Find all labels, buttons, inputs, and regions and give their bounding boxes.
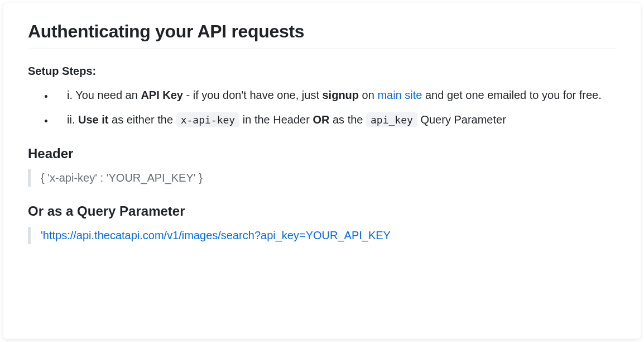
step-prefix: i. xyxy=(67,89,75,101)
bold-text: Use it xyxy=(78,113,108,126)
inline-code: api_key xyxy=(366,112,417,127)
list-item: i. You need an API Key - if you don't ha… xyxy=(54,86,616,104)
query-section-heading: Or as a Query Parameter xyxy=(28,203,616,219)
step-text: You need an xyxy=(75,89,141,101)
main-site-link[interactable]: main site xyxy=(377,89,422,101)
step-text: as either the xyxy=(108,113,176,126)
code-text: { 'x-api-key' : 'YOUR_API_KEY' } xyxy=(41,172,203,184)
step-text: - if you don't have one, just xyxy=(183,89,323,101)
header-code-block: { 'x-api-key' : 'YOUR_API_KEY' } xyxy=(28,169,616,187)
header-section-heading: Header xyxy=(28,146,616,162)
bold-text: OR xyxy=(313,113,329,126)
example-url-link[interactable]: 'https://api.thecatapi.com/v1/images/sea… xyxy=(41,229,391,241)
step-text: Query Parameter xyxy=(417,113,506,126)
setup-heading: Setup Steps: xyxy=(28,65,616,78)
bold-text: signup xyxy=(323,89,359,101)
bold-text: API Key xyxy=(141,89,183,101)
page-title: Authenticating your API requests xyxy=(28,21,616,49)
query-code-block: 'https://api.thecatapi.com/v1/images/sea… xyxy=(28,227,616,244)
step-text: and get one emailed to you for free. xyxy=(422,89,601,101)
step-text: in the Header xyxy=(239,113,313,126)
step-prefix: ii. xyxy=(67,113,78,126)
doc-card: Authenticating your API requests Setup S… xyxy=(3,3,641,339)
inline-code: x-api-key xyxy=(176,112,240,127)
setup-steps: i. You need an API Key - if you don't ha… xyxy=(28,86,616,129)
step-text: as the xyxy=(329,113,366,126)
list-item: ii. Use it as either the x-api-key in th… xyxy=(54,110,616,129)
step-text: on xyxy=(359,89,377,101)
